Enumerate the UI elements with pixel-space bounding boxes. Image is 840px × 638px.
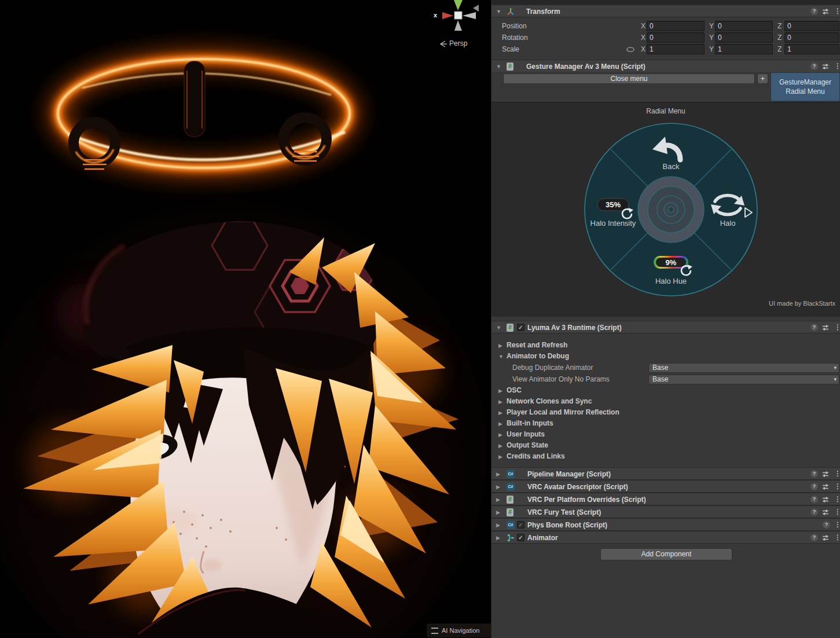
axis-z-label: Z [777, 34, 782, 42]
kebab-menu-icon[interactable]: ⋮ [834, 508, 840, 516]
help-icon[interactable]: ? [810, 508, 818, 516]
ai-navigation-label: AI Navigation [442, 627, 479, 634]
kebab-menu-icon[interactable]: ⋮ [834, 7, 840, 15]
debug-duplicate-animator-dropdown[interactable]: Base ▾ [648, 363, 839, 373]
scale-x-input[interactable] [647, 44, 705, 54]
scene-view[interactable]: x Persp AI Navigation [0, 0, 491, 638]
presets-icon[interactable] [822, 496, 829, 503]
enabled-checkbox[interactable]: ✓ [517, 324, 524, 331]
help-icon[interactable]: ? [810, 534, 818, 541]
presets-icon[interactable] [822, 483, 829, 490]
axis-x-label: X [641, 22, 645, 30]
rotation-y-input[interactable] [715, 32, 773, 43]
help-icon[interactable]: ? [810, 63, 818, 70]
rotation-z-input[interactable] [784, 32, 839, 43]
kebab-menu-icon[interactable]: ⋮ [834, 533, 840, 541]
kebab-menu-icon[interactable]: ⋮ [834, 323, 840, 331]
reset-and-refresh-foldout[interactable]: Reset and Refresh [507, 341, 567, 349]
foldout-open-icon[interactable]: ▼ [496, 325, 501, 331]
foldout-closed-icon[interactable]: ▶ [498, 343, 502, 349]
close-menu-button[interactable]: Close menu [503, 74, 755, 84]
foldout-closed-icon[interactable]: ▶ [496, 535, 500, 541]
position-z-input[interactable] [784, 21, 839, 31]
foldout-open-icon[interactable]: ▼ [496, 9, 501, 14]
axis-x-label: X [641, 45, 645, 53]
enabled-checkbox[interactable]: ✓ [517, 534, 524, 541]
kebab-menu-icon[interactable]: ⋮ [834, 62, 840, 70]
built-in-inputs-foldout[interactable]: Built-in Inputs [507, 419, 553, 427]
position-x-input[interactable] [647, 21, 705, 31]
presets-icon[interactable] [822, 509, 829, 516]
gizmo-axis-cone-corner [473, 5, 479, 12]
radial-menu[interactable]: Back 35% Halo Intensity Halo [578, 117, 764, 302]
credits-and-links-foldout[interactable]: Credits and Links [507, 452, 565, 460]
transform-header[interactable]: ▼ Transform ? ⋮ [491, 5, 840, 17]
scale-z-input[interactable] [784, 44, 839, 54]
foldout-closed-icon[interactable]: ▶ [496, 497, 500, 503]
csharp-script-icon: C# [507, 521, 515, 529]
axis-z-label: Z [777, 22, 782, 30]
user-inputs-foldout[interactable]: User Inputs [507, 430, 545, 438]
help-icon[interactable]: ? [810, 470, 818, 478]
foldout-closed-icon[interactable]: ▶ [496, 522, 500, 528]
presets-icon[interactable] [822, 8, 829, 15]
help-icon[interactable]: ? [810, 483, 818, 490]
position-y-input[interactable] [715, 21, 773, 31]
kebab-menu-icon[interactable]: ⋮ [834, 470, 840, 478]
halo-hue-label: Halo Hue [655, 277, 687, 285]
inspector-panel: ▼ Transform ? ⋮ Position X Y Z Rotation … [491, 0, 840, 638]
animator-header[interactable]: ▶ ✓ Animator ? ⋮ [491, 531, 840, 544]
help-icon[interactable]: ? [823, 521, 830, 529]
foldout-open-icon[interactable]: ▼ [498, 354, 504, 360]
presets-icon[interactable] [822, 534, 829, 541]
gesture-manager-radial-menu-tab[interactable]: GestureManager Radial Menu [771, 72, 840, 101]
foldout-closed-icon[interactable]: ▶ [496, 509, 500, 515]
foldout-open-icon[interactable]: ▼ [496, 64, 501, 69]
vrc-per-platform-overrides-header[interactable]: ▶ # VRC Per Platform Overrides (Script) … [491, 493, 840, 505]
foldout-closed-icon[interactable]: ▶ [498, 432, 502, 438]
rotation-x-input[interactable] [647, 32, 705, 43]
scale-y-input[interactable] [715, 44, 773, 54]
foldout-closed-icon[interactable]: ▶ [498, 410, 502, 416]
foldout-closed-icon[interactable]: ▶ [498, 443, 502, 449]
scene-orientation-gizmo[interactable]: x [425, 0, 483, 34]
presets-icon[interactable] [822, 63, 829, 70]
dropdown-value: Base [652, 364, 668, 372]
add-tab-button[interactable]: + [757, 74, 768, 84]
foldout-closed-icon[interactable]: ▶ [498, 399, 502, 405]
presets-icon[interactable] [822, 471, 829, 478]
foldout-closed-icon[interactable]: ▶ [498, 388, 502, 394]
vrc-avatar-descriptor-header[interactable]: ▶ C# VRC Avatar Descriptor (Script) ? ⋮ [491, 480, 840, 493]
osc-foldout[interactable]: OSC [507, 386, 522, 394]
foldout-closed-icon[interactable]: ▶ [496, 471, 500, 477]
player-local-foldout[interactable]: Player Local and Mirror Reflection [507, 408, 619, 416]
animator-to-debug-foldout[interactable]: Animator to Debug [507, 352, 569, 360]
phys-bone-root-header[interactable]: ▶ C# ✓ Phys Bone Root (Script) ? ⋮ [491, 518, 840, 531]
kebab-menu-icon[interactable]: ⋮ [834, 495, 840, 503]
kebab-menu-icon[interactable]: ⋮ [834, 482, 840, 490]
radial-center-hub[interactable] [638, 177, 704, 243]
ai-navigation-overlay[interactable]: AI Navigation [427, 624, 491, 637]
foldout-closed-icon[interactable]: ▶ [498, 421, 502, 427]
foldout-closed-icon[interactable]: ▶ [498, 454, 502, 460]
help-icon[interactable]: ? [810, 324, 818, 331]
network-clones-foldout[interactable]: Network Clones and Sync [507, 397, 592, 405]
view-animator-dropdown[interactable]: Base ▾ [648, 375, 839, 384]
enabled-checkbox[interactable]: ✓ [517, 521, 524, 529]
lyuma-runtime-header[interactable]: ▼ # ✓ Lyuma Av 3 Runtime (Script) ? ⋮ [491, 321, 840, 333]
persp-toggle[interactable]: Persp [439, 39, 467, 47]
output-state-foldout[interactable]: Output State [507, 441, 548, 449]
halo-hue-value: 9% [666, 258, 677, 267]
kebab-menu-icon[interactable]: ⋮ [834, 520, 840, 529]
pipeline-manager-header[interactable]: ▶ C# Pipeline Manager (Script) ? ⋮ [491, 467, 840, 480]
help-icon[interactable]: ? [810, 8, 818, 15]
add-component-button[interactable]: Add Component [600, 548, 732, 560]
gesture-manager-header[interactable]: ▼ # Gesture Manager Av 3 Menu (Script) ?… [491, 60, 840, 72]
scale-link-icon[interactable] [626, 46, 635, 53]
component-title: VRC Avatar Descriptor (Script) [527, 483, 628, 491]
help-icon[interactable]: ? [810, 496, 818, 503]
vrc-fury-test-header[interactable]: ▶ # VRC Fury Test (Script) ? ⋮ [491, 505, 840, 518]
view-animator-label: View Animator Only No Params [512, 375, 610, 383]
foldout-closed-icon[interactable]: ▶ [496, 484, 500, 490]
presets-icon[interactable] [822, 324, 829, 331]
